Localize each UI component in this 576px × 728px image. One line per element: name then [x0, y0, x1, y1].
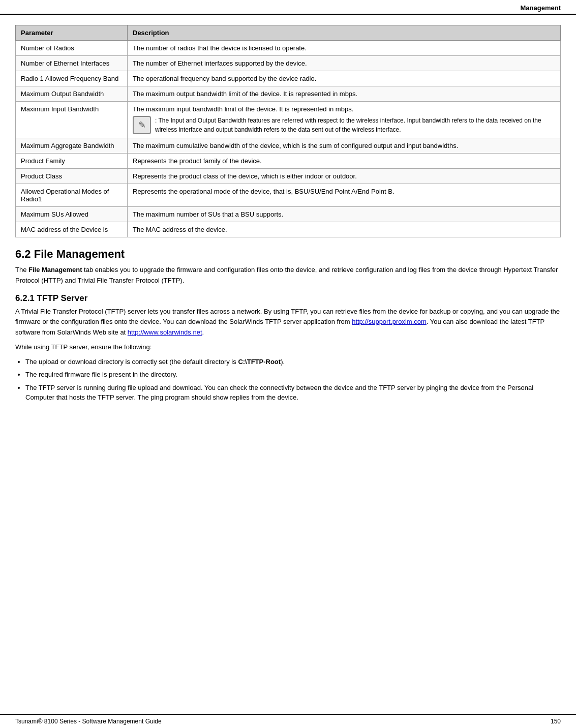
- section-621-para2: While using TFTP server, ensure the foll…: [15, 342, 561, 353]
- link-proxim[interactable]: http://support.proxim.com: [352, 318, 427, 325]
- header-title: Management: [521, 4, 561, 12]
- page-footer: Tsunami® 8100 Series - Software Manageme…: [0, 714, 576, 728]
- link-solarwinds[interactable]: http://www.solarwinds.net: [128, 328, 202, 336]
- table-row-desc-4: The maximum input bandwidth limit of the…: [128, 102, 561, 138]
- note-box-4: ✎: The Input and Output Bandwidth featur…: [133, 116, 555, 134]
- section-62-text-post: tab enables you to upgrade the firmware …: [15, 266, 558, 284]
- section-621-para1: A Trivial File Transfer Protocol (TFTP) …: [15, 307, 561, 338]
- section-62-heading: 6.2 File Management: [15, 248, 561, 261]
- table-row-param-3: Maximum Output Bandwidth: [16, 86, 128, 102]
- section-62-body: The File Management tab enables you to u…: [15, 265, 561, 286]
- bullet-item-1: The required firmware file is present in…: [25, 370, 561, 380]
- col-param-header: Parameter: [16, 25, 128, 41]
- table-row-desc-10: The MAC address of the device.: [128, 222, 561, 237]
- main-content: Parameter Description Number of RadiosTh…: [0, 20, 576, 436]
- table-row-desc-text-4: The maximum input bandwidth limit of the…: [133, 105, 353, 113]
- footer-left: Tsunami® 8100 Series - Software Manageme…: [15, 718, 162, 725]
- bullet-list: The upload or download directory is corr…: [25, 357, 561, 403]
- table-row-param-6: Product Family: [16, 154, 128, 169]
- parameters-table: Parameter Description Number of RadiosTh…: [15, 25, 561, 237]
- table-row-param-9: Maximum SUs Allowed: [16, 207, 128, 222]
- table-row-param-1: Number of Ethernet Interfaces: [16, 56, 128, 71]
- table-row-desc-3: The maximum output bandwidth limit of th…: [128, 86, 561, 102]
- page-header: Management: [0, 0, 576, 15]
- bullet-item-2: The TFTP server is running during file u…: [25, 383, 561, 403]
- table-row-param-8: Allowed Operational Modes of Radio1: [16, 184, 128, 207]
- table-row-desc-0: The number of radios that the device is …: [128, 41, 561, 56]
- section-621-end: .: [202, 328, 204, 336]
- table-row-param-7: Product Class: [16, 169, 128, 184]
- section-621-heading: 6.2.1 TFTP Server: [15, 293, 561, 304]
- table-row-desc-7: Represents the product class of the devi…: [128, 169, 561, 184]
- footer-right: 150: [551, 718, 561, 725]
- table-row-desc-5: The maximum cumulative bandwidth of the …: [128, 138, 561, 154]
- table-row-param-0: Number of Radios: [16, 41, 128, 56]
- table-row-desc-6: Represents the product family of the dev…: [128, 154, 561, 169]
- table-row-desc-8: Represents the operational mode of the d…: [128, 184, 561, 207]
- note-text-4: : The Input and Output Bandwidth feature…: [155, 116, 555, 134]
- bullet-item-0: The upload or download directory is corr…: [25, 357, 561, 367]
- table-row-param-4: Maximum Input Bandwidth: [16, 102, 128, 138]
- table-row-param-5: Maximum Aggregate Bandwidth: [16, 138, 128, 154]
- table-row-desc-2: The operational frequency band supported…: [128, 71, 561, 86]
- section-62-text-bold: File Management: [28, 266, 82, 274]
- table-row-desc-1: The number of Ethernet interfaces suppor…: [128, 56, 561, 71]
- table-row-param-10: MAC address of the Device is: [16, 222, 128, 237]
- col-desc-header: Description: [128, 25, 561, 41]
- note-icon-4: ✎: [133, 116, 151, 134]
- section-62-text-pre: The: [15, 266, 28, 274]
- table-row-param-2: Radio 1 Allowed Frequency Band: [16, 71, 128, 86]
- table-row-desc-9: The maximum number of SUs that a BSU sup…: [128, 207, 561, 222]
